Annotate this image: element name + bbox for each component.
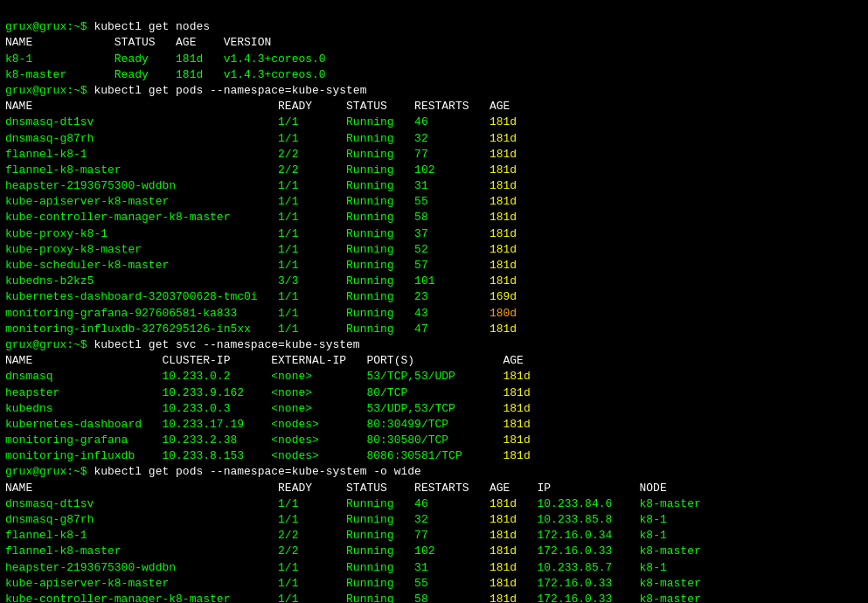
pod-flannel-k8-1: flannel-k8-1 2/2 Running 77 181d bbox=[5, 148, 517, 161]
svc-kubedns: kubedns 10.233.0.3 <none> 53/UDP,53/TCP … bbox=[5, 402, 531, 415]
prompt-1: grux@grux:~$ bbox=[5, 20, 94, 33]
prompt-4: grux@grux:~$ bbox=[5, 465, 94, 478]
prompt-2: grux@grux:~$ bbox=[5, 84, 94, 97]
node-k8-1: k8-1 Ready 181d v1.4.3+coreos.0 bbox=[5, 52, 326, 66]
wide-pod-flannel-k8-master: flannel-k8-master 2/2 Running 102 181d 1… bbox=[5, 544, 701, 558]
pod-heapster: heapster-2193675300-wddbn 1/1 Running 31… bbox=[5, 179, 517, 192]
pod-dnsmasq-g87rh: dnsmasq-g87rh 1/1 Running 32 181d bbox=[5, 132, 517, 145]
wide-pod-kube-controller: kube-controller-manager-k8-master 1/1 Ru… bbox=[5, 593, 701, 603]
pod-grafana: monitoring-grafana-927606581-ka833 1/1 R… bbox=[5, 307, 517, 320]
prompt-3: grux@grux:~$ bbox=[5, 338, 94, 351]
svc-influxdb: monitoring-influxdb 10.233.8.153 <nodes>… bbox=[5, 449, 531, 462]
wide-pod-flannel-k8-1: flannel-k8-1 2/2 Running 77 181d 172.16.… bbox=[5, 529, 667, 542]
pod-kube-apiserver: kube-apiserver-k8-master 1/1 Running 55 … bbox=[5, 195, 517, 208]
header-svc: NAME CLUSTER-IP EXTERNAL-IP PORT(S) AGE bbox=[5, 354, 524, 367]
pod-kube-proxy-master: kube-proxy-k8-master 1/1 Running 52 181d bbox=[5, 243, 517, 256]
wide-pod-dnsmasq-g87rh: dnsmasq-g87rh 1/1 Running 32 181d 10.233… bbox=[5, 513, 667, 526]
wide-pod-kube-apiserver: kube-apiserver-k8-master 1/1 Running 55 … bbox=[5, 577, 701, 590]
wide-pod-heapster: heapster-2193675300-wddbn 1/1 Running 31… bbox=[5, 561, 667, 574]
header-pods: NAME READY STATUS RESTARTS AGE bbox=[5, 100, 510, 113]
pod-kube-controller: kube-controller-manager-k8-master 1/1 Ru… bbox=[5, 211, 517, 224]
node-k8-master: k8-master Ready 181d v1.4.3+coreos.0 bbox=[5, 68, 326, 81]
svc-grafana: monitoring-grafana 10.233.2.38 <nodes> 8… bbox=[5, 433, 531, 447]
wide-pod-dnsmasq-dt1sv: dnsmasq-dt1sv 1/1 Running 46 181d 10.233… bbox=[5, 497, 701, 510]
svc-dnsmasq: dnsmasq 10.233.0.2 <none> 53/TCP,53/UDP … bbox=[5, 370, 531, 383]
header-pods-wide: NAME READY STATUS RESTARTS AGE IP NODE bbox=[5, 482, 667, 495]
pod-k8s-dashboard: kubernetes-dashboard-3203700628-tmc0i 1/… bbox=[5, 290, 517, 303]
terminal-output: grux@grux:~$ kubectl get nodes NAME STAT… bbox=[5, 3, 863, 603]
pod-kube-scheduler: kube-scheduler-k8-master 1/1 Running 57 … bbox=[5, 259, 517, 272]
svc-k8s-dashboard: kubernetes-dashboard 10.233.17.19 <nodes… bbox=[5, 418, 531, 431]
pod-kubedns: kubedns-b2kz5 3/3 Running 101 181d bbox=[5, 274, 517, 288]
svc-heapster: heapster 10.233.9.162 <none> 80/TCP 181d bbox=[5, 386, 531, 399]
pod-dnsmasq-dt1sv: dnsmasq-dt1sv 1/1 Running 46 181d bbox=[5, 115, 517, 128]
header-nodes: NAME STATUS AGE VERSION bbox=[5, 36, 271, 49]
pod-influxdb: monitoring-influxdb-3276295126-in5xx 1/1… bbox=[5, 322, 517, 336]
pod-flannel-k8-master: flannel-k8-master 2/2 Running 102 181d bbox=[5, 163, 517, 177]
pod-kube-proxy-k8-1: kube-proxy-k8-1 1/1 Running 37 181d bbox=[5, 227, 517, 240]
